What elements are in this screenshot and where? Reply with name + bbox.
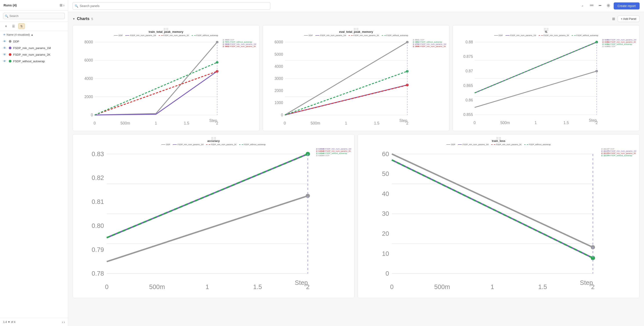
sidebar: Runs (4) ⊞ › 🔍 ≡ ☰ ⇅ 👁 Name (4 visualize… (0, 0, 68, 326)
legend-item: DDP (161, 143, 170, 146)
legend-item: FSDP_min_num_params_1M (125, 34, 156, 37)
expand-chart-button[interactable]: ⤢ (630, 137, 633, 140)
edit-chart-button[interactable]: ✎ (246, 28, 249, 31)
add-panel-button[interactable]: + Add Panel (618, 16, 640, 22)
legend-line (506, 35, 510, 36)
sidebar-search-input[interactable] (3, 13, 65, 19)
legend-label: FSDP_min_num_params_1M (320, 34, 346, 37)
more-chart-button[interactable]: ⋮ (349, 137, 352, 140)
svg-text:1: 1 (345, 121, 347, 125)
legend-line (572, 35, 576, 36)
svg-point-5 (600, 5, 600, 6)
filter-button[interactable]: ≡ (3, 23, 9, 29)
expand-chart-button[interactable]: ⤢ (345, 137, 348, 140)
main-header: 🔍 𝑥 Create report (68, 0, 644, 12)
legend-label: FSDP_min_num_params_1M (130, 34, 156, 37)
edit-chart-button[interactable]: ✎ (626, 28, 629, 31)
next-page-button[interactable]: › (64, 320, 65, 324)
svg-text:5000: 5000 (274, 52, 283, 57)
outliers-button[interactable] (597, 3, 603, 10)
legend-label: FSDP_without_autowrap (386, 34, 408, 37)
charts-grid-bottom: ⠿⠿ ✎ ⤢ ⋮ accuracy DDP FSDP_min_num_param… (72, 134, 640, 298)
svg-text:1: 1 (206, 283, 209, 290)
section-actions: ⊞ + Add Panel (611, 16, 640, 22)
more-chart-button[interactable]: ⋮ (444, 28, 447, 31)
svg-point-6 (600, 5, 601, 6)
svg-text:4000: 4000 (84, 76, 93, 81)
legend-label: DDP (451, 143, 455, 146)
svg-text:1: 1 (490, 283, 494, 290)
svg-text:0.82: 0.82 (92, 174, 104, 181)
create-report-button[interactable]: Create report (614, 3, 640, 10)
run-name-label: FSDP_min_num_params_2K (13, 53, 50, 56)
charts-area: ▼ Charts 5 ⊞ + Add Panel ⠿⠿ ✎ ⤢ ⋮ train_… (68, 12, 644, 326)
legend-label: FSDP_min_num_params_2K (163, 34, 189, 37)
expand-chart-button[interactable]: ⤢ (250, 28, 253, 31)
section-label-text: 👁 Name (4 visualized) ▲ (3, 33, 65, 36)
page-dropdown[interactable]: ▼ (8, 320, 11, 323)
more-chart-button[interactable]: ⋮ (634, 137, 637, 140)
prev-page-button[interactable]: ‹ (62, 320, 63, 324)
columns-button[interactable]: ☰ (10, 23, 17, 29)
chart-svg-container: 0500m11.52 0.880.8750.870.8650.860.855 S… (456, 38, 601, 128)
legend-item: FSDP_without_autowrap (239, 143, 266, 146)
chart-tooltip-panel: 2: 24.137 DDP 2: 22.379 FSDP_min_num_par… (601, 147, 636, 295)
svg-text:0.83: 0.83 (92, 150, 104, 158)
run-name-label: FSDP_without_autowrap (13, 60, 45, 63)
run-item[interactable]: 👁 FSDP_min_num_params_2K (0, 51, 68, 58)
legend-label: DDP (166, 143, 170, 146)
legend-item: FSDP_min_num_params_1M (506, 34, 536, 37)
legend-label: FSDP_without_autowrap (196, 34, 218, 37)
legend-line (446, 144, 450, 145)
chart-legend: DDP FSDP_min_num_params_1M FSDP_min_num_… (456, 34, 636, 37)
run-name-label: FSDP_min_num_params_1M (13, 47, 51, 50)
svg-text:0.87: 0.87 (466, 69, 473, 73)
drag-handle[interactable]: ⠿⠿ (163, 28, 168, 32)
svg-text:1: 1 (535, 121, 537, 125)
drag-handle[interactable]: ⠿⠿ (496, 137, 501, 141)
svg-rect-1 (590, 5, 594, 6)
legend-label: DDP (118, 34, 123, 37)
run-item[interactable]: 👁 DDP (0, 38, 68, 45)
collapse-chevron[interactable]: ▼ (72, 17, 75, 21)
run-item[interactable]: 👁 FSDP_min_num_params_1M (0, 45, 68, 51)
drag-handle[interactable]: ⠿⠿ (354, 28, 359, 32)
visibility-icon[interactable]: 👁 (3, 53, 6, 56)
more-chart-button[interactable]: ⋮ (254, 28, 257, 31)
drag-handle[interactable]: ⠿⠿ (211, 137, 216, 141)
svg-text:0.855: 0.855 (463, 112, 473, 117)
visibility-icon[interactable]: 👁 (3, 40, 6, 43)
edit-chart-button[interactable]: ✎ (341, 137, 344, 140)
svg-text:500m: 500m (120, 121, 130, 125)
smoothing-button[interactable] (588, 3, 595, 10)
edit-chart-button[interactable]: ✎ (626, 137, 629, 140)
main-search-input[interactable] (72, 2, 270, 10)
section-display-button[interactable]: ⊞ (611, 16, 616, 22)
legend-label: FSDP_min_num_params_1M (510, 34, 536, 37)
svg-text:500m: 500m (434, 283, 450, 290)
edit-chart-button[interactable]: ✎ (436, 28, 439, 31)
main-content: 🔍 𝑥 Create report ▼ Charts 5 (68, 0, 644, 326)
svg-text:1.5: 1.5 (374, 121, 379, 125)
legend-line (304, 35, 308, 36)
legend-item: FSDP_min_num_params_1M (458, 143, 488, 146)
legend-line (458, 144, 462, 145)
visibility-icon[interactable]: 👁 (3, 59, 6, 63)
run-item[interactable]: 👁 FSDP_without_autowrap (0, 58, 68, 65)
drag-handle[interactable]: ⠿⠿ (544, 28, 549, 32)
svg-text:0.80: 0.80 (92, 222, 104, 229)
sort-button[interactable]: ⇅ (18, 23, 25, 29)
chart-card-f1: ⠿⠿ ✎ ⤢ ⋮ f1 DDP FSDP_min_num_params_1M F… (452, 25, 640, 131)
legend-line (239, 144, 243, 145)
expand-chart-button[interactable]: ⤢ (630, 28, 633, 31)
visibility-icon[interactable]: 👁 (3, 46, 6, 50)
table-view-button[interactable]: ⊞ › (60, 3, 64, 7)
svg-text:4000: 4000 (274, 64, 283, 69)
chart-card-accuracy: ⠿⠿ ✎ ⤢ ⋮ accuracy DDP FSDP_min_num_param… (72, 134, 354, 298)
more-chart-button[interactable]: ⋮ (634, 28, 637, 31)
legend-item: DDP (446, 143, 455, 146)
expand-chart-button[interactable]: ⤢ (440, 28, 443, 31)
x-axis-button[interactable]: 𝑥 (580, 3, 586, 10)
search-icon: 🔍 (5, 14, 8, 18)
settings-button[interactable] (605, 3, 612, 10)
